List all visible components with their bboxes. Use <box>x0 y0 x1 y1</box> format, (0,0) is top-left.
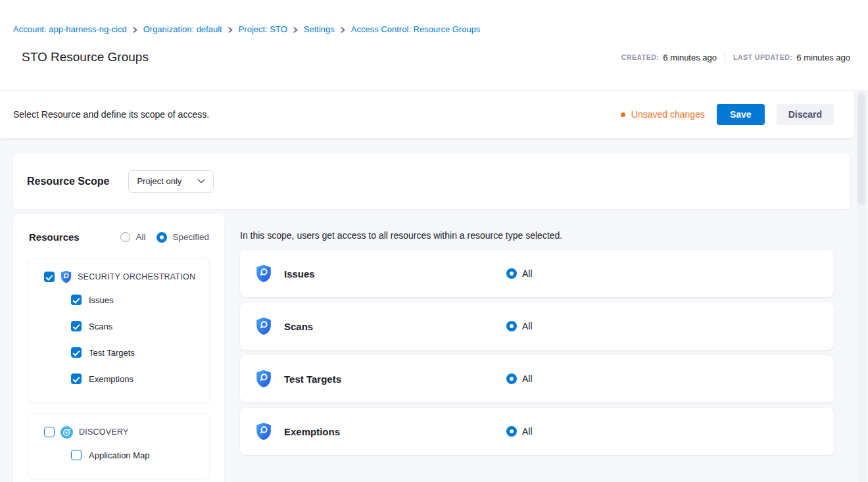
tree-item-label: Exemptions <box>89 374 133 384</box>
breadcrumb-project-link[interactable]: Project: STO <box>239 24 287 34</box>
unsaved-changes-label: Unsaved changes <box>631 109 705 120</box>
resource-card-title: Exemptions <box>284 426 340 437</box>
breadcrumb: Account: app-harness-ng-cicd Organizatio… <box>13 24 480 34</box>
radio-option-all[interactable]: All <box>120 232 145 242</box>
header-meta: CREATED: 6 minutes ago LAST UPDATED: 6 m… <box>621 53 850 62</box>
access-option-all[interactable]: All <box>506 426 533 437</box>
resource-card-test-targets: Test Targets All <box>240 355 834 402</box>
breadcrumb-access-control-link[interactable]: Access Control: Resource Groups <box>351 24 481 34</box>
tree-item-label: Issues <box>89 295 114 305</box>
page-title: STO Resource Groups <box>22 50 149 64</box>
radio-specified-label: Specified <box>172 232 209 242</box>
resources-panel-header: Resources All Specified <box>13 214 224 243</box>
resource-card-title: Issues <box>284 268 315 279</box>
created-value: 6 minutes ago <box>663 53 717 62</box>
group-label: SECURITY ORCHESTRATION <box>78 272 195 281</box>
toolbar-description: Select Resource and define its scope of … <box>13 109 209 120</box>
access-option-all[interactable]: All <box>506 374 533 384</box>
radio-all-label: All <box>135 232 145 242</box>
resource-scope-selected-value: Project only <box>137 176 181 186</box>
checkbox-scans[interactable] <box>71 321 82 331</box>
checkbox-test-targets[interactable] <box>71 347 82 358</box>
toolbar: Select Resource and define its scope of … <box>0 90 854 138</box>
resource-card-exemptions: Exemptions All <box>240 408 834 455</box>
meta-divider <box>725 53 725 62</box>
radio-selected-icon[interactable] <box>506 268 517 279</box>
scope-main-area: In this scope, users get access to all r… <box>240 214 834 460</box>
sto-shield-icon <box>256 317 272 335</box>
breadcrumb-account-link[interactable]: Account: app-harness-ng-cicd <box>13 24 127 34</box>
resource-scope-dropdown[interactable]: Project only <box>128 170 214 193</box>
tree-row-security-orchestration: SECURITY ORCHESTRATION <box>28 267 209 287</box>
resource-cards: Issues All Scans All Test Targets <box>240 250 834 455</box>
access-option-label: All <box>522 374 533 384</box>
sto-shield-icon <box>256 370 272 388</box>
sto-shield-icon <box>60 270 72 283</box>
scrollbar-thumb[interactable] <box>857 93 865 205</box>
save-button[interactable]: Save <box>717 104 765 125</box>
breadcrumb-chevron-icon <box>341 27 345 33</box>
resource-card-scans: Scans All <box>240 302 834 350</box>
sto-shield-icon <box>256 264 272 283</box>
resource-group-security-orchestration: SECURITY ORCHESTRATION Issues Scans Test… <box>28 258 210 403</box>
radio-selected-icon[interactable] <box>506 374 517 384</box>
checkbox-exemptions[interactable] <box>71 374 82 384</box>
breadcrumb-chevron-icon <box>228 27 233 33</box>
access-option-label: All <box>522 268 533 279</box>
tree-row-issues: Issues <box>28 287 209 313</box>
resource-card-issues: Issues All <box>240 250 834 297</box>
resource-card-title: Scans <box>284 321 313 332</box>
unsaved-changes-badge: Unsaved changes <box>621 109 705 120</box>
checkbox-application-map[interactable] <box>71 450 82 460</box>
discard-button[interactable]: Discard <box>777 104 834 125</box>
page-header: Account: app-harness-ng-cicd Organizatio… <box>0 0 868 90</box>
scope-description: In this scope, users get access to all r… <box>240 230 834 241</box>
access-option-label: All <box>522 426 533 437</box>
tree-item-label: Scans <box>89 322 112 331</box>
chevron-down-icon <box>197 179 205 183</box>
scrollbar-track[interactable] <box>857 90 866 482</box>
unsaved-dot-icon <box>621 112 625 117</box>
checkbox-discovery[interactable] <box>44 427 55 437</box>
checkbox-issues[interactable] <box>71 295 82 305</box>
checkbox-security-orchestration[interactable] <box>44 272 55 282</box>
access-option-all[interactable]: All <box>506 321 533 331</box>
breadcrumb-organization-link[interactable]: Organization: default <box>143 24 222 34</box>
breadcrumb-chevron-icon <box>293 27 298 33</box>
tree-item-label: Application Map <box>89 450 150 460</box>
access-option-all[interactable]: All <box>506 268 533 279</box>
resource-group-discovery: DISCOVERY Application Map <box>28 413 210 479</box>
tree-row-test-targets: Test Targets <box>28 339 209 366</box>
sto-shield-icon <box>256 422 272 441</box>
resource-card-title: Test Targets <box>284 374 341 385</box>
radio-option-specified[interactable]: Specified <box>157 232 209 243</box>
radio-selected-icon[interactable] <box>506 321 517 331</box>
resource-scope-label: Resource Scope <box>27 176 109 187</box>
tree-row-discovery: DISCOVERY <box>28 422 209 442</box>
tree-item-label: Test Targets <box>89 348 135 358</box>
tree-row-exemptions: Exemptions <box>28 366 209 392</box>
resource-scope-card: Resource Scope Project only <box>13 153 850 209</box>
toolbar-actions: Unsaved changes Save Discard <box>621 104 834 125</box>
tree-row-scans: Scans <box>28 313 209 339</box>
radio-selected-icon[interactable] <box>506 426 517 437</box>
created-label: CREATED: <box>621 53 659 61</box>
resources-mode-radios: All Specified <box>120 232 209 243</box>
resources-panel: Resources All Specified SECURITY ORCHEST… <box>13 214 224 482</box>
group-label: DISCOVERY <box>79 427 129 437</box>
breadcrumb-chevron-icon <box>133 27 137 33</box>
resources-heading: Resources <box>29 231 80 243</box>
radio-all-icon[interactable] <box>120 232 130 242</box>
access-option-label: All <box>522 321 533 331</box>
last-updated-label: LAST UPDATED: <box>733 53 792 61</box>
breadcrumb-settings-link[interactable]: Settings <box>304 24 335 34</box>
radio-specified-icon[interactable] <box>157 232 167 243</box>
last-updated-value: 6 minutes ago <box>796 53 850 62</box>
tree-row-application-map: Application Map <box>28 442 209 468</box>
discovery-icon <box>60 426 73 439</box>
